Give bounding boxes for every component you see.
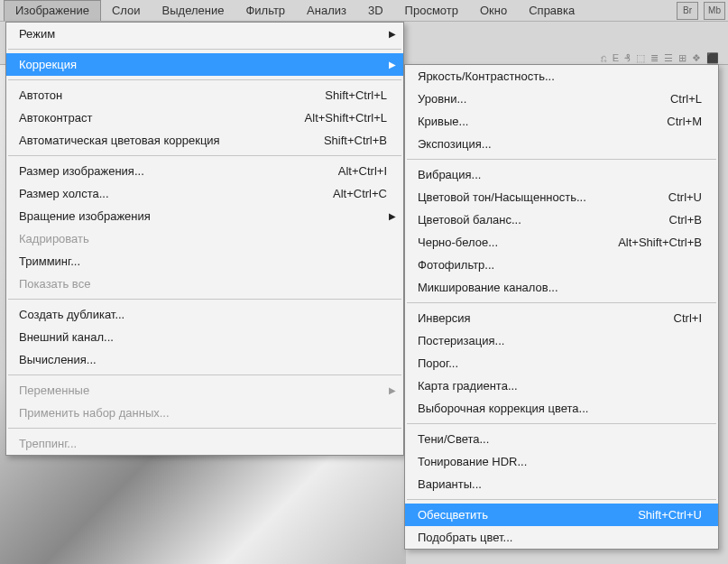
- adjustments-item-19[interactable]: Тонирование HDR...: [405, 450, 718, 473]
- image-menu-item-10[interactable]: Вращение изображения▶: [6, 205, 403, 227]
- tool-icon-1[interactable]: E: [613, 52, 619, 64]
- adjustments-item-8[interactable]: Черно-белое...Alt+Shift+Ctrl+B: [405, 231, 718, 254]
- tool-icon-8[interactable]: ⬛: [706, 52, 719, 64]
- adjustments-item-label: Варианты...: [418, 477, 702, 491]
- adjustments-item-18[interactable]: Тени/Света...: [405, 428, 718, 450]
- menubar-item-7[interactable]: Окно: [469, 0, 518, 21]
- image-menu-item-shortcut: Alt+Ctrl+I: [338, 164, 387, 178]
- adjustments-item-9[interactable]: Фотофильтр...: [405, 254, 718, 276]
- adjustments-item-13[interactable]: Постеризация...: [405, 329, 718, 352]
- image-menu-item-22: Треппинг...: [6, 432, 403, 455]
- image-menu-item-0[interactable]: Режим▶: [6, 23, 403, 45]
- image-menu-separator: [8, 49, 401, 50]
- image-menu-separator: [8, 428, 401, 429]
- adjustments-item-2[interactable]: Кривые...Ctrl+M: [405, 110, 718, 133]
- adjustments-item-16[interactable]: Выборочная коррекция цвета...: [405, 397, 718, 420]
- tool-icon-2[interactable]: ₰: [624, 52, 631, 64]
- image-menu-item-9[interactable]: Размер холста...Alt+Ctrl+C: [6, 182, 403, 205]
- menubar-button-mb[interactable]: Mb: [704, 2, 725, 20]
- adjustments-item-10[interactable]: Микширование каналов...: [405, 276, 718, 299]
- image-menu-item-4[interactable]: АвтотонShift+Ctrl+L: [6, 84, 403, 106]
- tool-icon-0[interactable]: ⎌: [601, 52, 607, 64]
- adjustments-item-label: Цветовой баланс...: [418, 213, 653, 227]
- adjustments-item-22[interactable]: ОбесцветитьShift+Ctrl+U: [405, 504, 718, 526]
- image-menu-item-label: Размер изображения...: [19, 164, 322, 178]
- menubar-item-3[interactable]: Фильтр: [235, 0, 296, 21]
- image-menu-separator: [8, 79, 401, 80]
- adjustments-item-14[interactable]: Порог...: [405, 352, 718, 374]
- adjustments-item-3[interactable]: Экспозиция...: [405, 133, 718, 155]
- adjustments-item-label: Черно-белое...: [418, 236, 602, 249]
- image-menu-item-17[interactable]: Вычисления...: [6, 348, 403, 371]
- image-menu-item-15[interactable]: Создать дубликат...: [6, 303, 403, 326]
- image-menu-item-19: Переменные▶: [6, 379, 403, 402]
- tool-icon-6[interactable]: ⊞: [678, 52, 687, 64]
- image-menu-item-16[interactable]: Внешний канал...: [6, 326, 403, 348]
- menubar-item-4[interactable]: Анализ: [296, 0, 357, 21]
- tool-icon-5[interactable]: ☰: [664, 52, 673, 64]
- adjustments-item-12[interactable]: ИнверсияCtrl+I: [405, 307, 718, 329]
- image-menu-item-8[interactable]: Размер изображения...Alt+Ctrl+I: [6, 160, 403, 182]
- adjustments-item-label: Обесцветить: [418, 508, 622, 522]
- tool-icon-3[interactable]: ⬚: [636, 52, 645, 64]
- image-menu-item-shortcut: Shift+Ctrl+L: [325, 88, 387, 102]
- menubar-button-br[interactable]: Br: [677, 2, 698, 20]
- menubar-item-1[interactable]: Слои: [101, 0, 152, 21]
- adjustments-item-label: Яркость/Контрастность...: [418, 69, 702, 83]
- submenu-arrow-icon: ▶: [389, 60, 396, 69]
- adjustments-item-1[interactable]: Уровни...Ctrl+L: [405, 88, 718, 110]
- adjustments-separator: [407, 159, 716, 160]
- adjustments-item-label: Тени/Света...: [418, 432, 702, 446]
- adjustments-separator: [407, 499, 716, 500]
- menubar-item-8[interactable]: Справка: [518, 0, 585, 21]
- adjustments-item-label: Цветовой тон/Насыщенность...: [418, 190, 652, 204]
- adjustments-item-label: Микширование каналов...: [418, 281, 702, 294]
- menubar-item-2[interactable]: Выделение: [152, 0, 235, 21]
- submenu-arrow-icon: ▶: [389, 211, 396, 221]
- adjustments-item-23[interactable]: Подобрать цвет...: [405, 526, 718, 549]
- adjustments-item-shortcut: Ctrl+M: [667, 115, 702, 128]
- image-menu-separator: [8, 374, 401, 375]
- menubar-item-6[interactable]: Просмотр: [394, 0, 469, 21]
- adjustments-item-label: Подобрать цвет...: [418, 531, 702, 544]
- menubar-item-5[interactable]: 3D: [357, 0, 394, 21]
- menubar-item-0[interactable]: Изображение: [4, 0, 101, 21]
- image-menu-item-label: Вычисления...: [19, 353, 387, 366]
- image-menu: Режим▶Коррекция▶АвтотонShift+Ctrl+LАвток…: [5, 22, 404, 456]
- submenu-arrow-icon: ▶: [389, 29, 396, 39]
- adjustments-item-0[interactable]: Яркость/Контрастность...: [405, 65, 718, 88]
- image-menu-item-11: Кадрировать: [6, 227, 403, 250]
- adjustments-item-20[interactable]: Варианты...: [405, 473, 718, 495]
- adjustments-item-5[interactable]: Вибрация...: [405, 163, 718, 186]
- image-menu-item-label: Внешний канал...: [19, 330, 387, 344]
- tool-icon-7[interactable]: ❖: [692, 52, 701, 64]
- adjustments-item-6[interactable]: Цветовой тон/Насыщенность...Ctrl+U: [405, 186, 718, 208]
- adjustments-item-shortcut: Shift+Ctrl+U: [638, 508, 702, 522]
- adjustments-item-shortcut: Ctrl+L: [670, 92, 702, 106]
- adjustments-item-label: Экспозиция...: [418, 137, 702, 151]
- adjustments-item-shortcut: Alt+Shift+Ctrl+B: [618, 236, 702, 249]
- submenu-arrow-icon: ▶: [389, 385, 396, 395]
- image-menu-item-label: Создать дубликат...: [19, 308, 387, 321]
- image-menu-item-label: Треппинг...: [19, 437, 387, 450]
- adjustments-item-label: Выборочная коррекция цвета...: [418, 402, 702, 415]
- adjustments-item-label: Карта градиента...: [418, 379, 702, 393]
- image-menu-item-label: Автотон: [19, 88, 309, 102]
- image-menu-item-label: Применить набор данных...: [19, 406, 387, 420]
- tool-icon-4[interactable]: ≣: [650, 52, 659, 64]
- adjustments-item-label: Фотофильтр...: [418, 258, 702, 272]
- image-menu-item-12[interactable]: Тримминг...: [6, 250, 403, 273]
- image-menu-item-6[interactable]: Автоматическая цветовая коррекцияShift+C…: [6, 129, 403, 152]
- image-menu-item-shortcut: Alt+Shift+Ctrl+L: [305, 111, 387, 125]
- adjustments-submenu: Яркость/Контрастность...Уровни...Ctrl+LК…: [404, 64, 719, 550]
- adjustments-item-label: Вибрация...: [418, 168, 702, 181]
- image-menu-item-5[interactable]: АвтоконтрастAlt+Shift+Ctrl+L: [6, 106, 403, 129]
- adjustments-item-shortcut: Ctrl+U: [668, 190, 702, 204]
- toolbar-icons: ⎌E₰⬚≣☰⊞❖⬛: [601, 52, 719, 64]
- adjustments-item-label: Инверсия: [418, 311, 658, 325]
- adjustments-item-15[interactable]: Карта градиента...: [405, 374, 718, 397]
- image-menu-item-label: Переменные: [19, 384, 387, 397]
- adjustments-item-7[interactable]: Цветовой баланс...Ctrl+B: [405, 208, 718, 231]
- image-menu-separator: [8, 155, 401, 156]
- image-menu-item-2[interactable]: Коррекция▶: [6, 53, 403, 76]
